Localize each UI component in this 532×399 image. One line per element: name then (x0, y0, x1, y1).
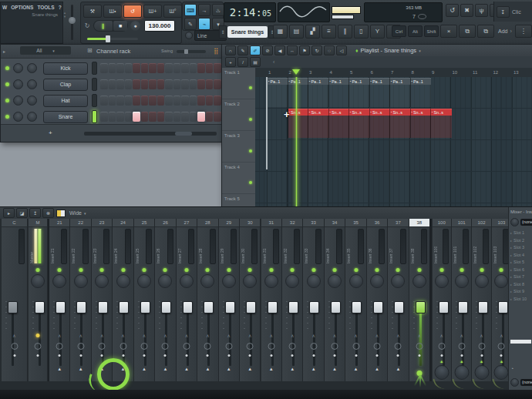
step-9[interactable] (165, 96, 173, 106)
strip-pan-knob[interactable] (349, 274, 363, 288)
add-channel-button[interactable]: + (49, 130, 52, 136)
step-14[interactable] (206, 63, 214, 73)
swap-channels-icon[interactable]: ∧ (409, 334, 429, 338)
route-to-master-arrow[interactable]: ▲ (282, 367, 302, 372)
copy-icon[interactable]: ⧉ (459, 25, 476, 38)
strip-pan-knob[interactable] (137, 274, 151, 288)
mixer-strip-21[interactable]: 21Insert 21∧▲ (49, 219, 70, 381)
strip-mute-led[interactable] (100, 268, 104, 272)
fx-enable-dot[interactable] (59, 354, 61, 357)
record-arm-button[interactable] (498, 343, 505, 350)
fx-slot-3[interactable]: ▸Slot 3 (510, 245, 532, 253)
step-8[interactable] (157, 96, 165, 106)
mixer-strip-22[interactable]: 22Insert 22∧▲ (70, 219, 91, 381)
record-arm-button[interactable] (310, 343, 317, 350)
rack-scrollbar[interactable] (84, 132, 217, 136)
volume-fader[interactable] (352, 301, 362, 314)
slider-tool-icon[interactable]: ⋮ (515, 25, 532, 38)
mixer-strip-34[interactable]: 34Insert 34∧▲ (325, 219, 345, 381)
scroll-left-icon[interactable]: ‹ (273, 59, 274, 65)
step-12[interactable] (190, 96, 197, 106)
browser-icon[interactable]: ▯ (354, 25, 369, 39)
volume-fader[interactable] (246, 301, 256, 314)
strip-mute-led[interactable] (333, 268, 337, 272)
metronome-icon[interactable]: Ш• (103, 5, 122, 18)
strip-mute-led[interactable] (206, 268, 210, 272)
record-arm-button[interactable] (332, 343, 338, 350)
swap-channels-icon[interactable]: ∧ (325, 334, 345, 338)
pattern-clip[interactable]: ▪Sn..s (348, 109, 370, 138)
fx-slot-7[interactable]: ▸Slot 7 (510, 274, 532, 282)
fx-enable-dot[interactable] (207, 354, 209, 357)
volume-knob[interactable] (27, 96, 37, 106)
fx-enable-dot[interactable] (79, 354, 82, 357)
step-9[interactable] (165, 63, 173, 73)
mixer-strip-M[interactable]: MMaster (29, 219, 48, 381)
output-selector[interactable]: (none) (520, 379, 532, 386)
swap-channels-icon[interactable]: ∧ (240, 334, 260, 338)
record-arm-button[interactable] (395, 343, 402, 350)
mixer-strip-24[interactable]: 24Insert 24∧▲ (113, 219, 133, 381)
step-3[interactable] (116, 112, 124, 122)
strip-mute-led[interactable] (417, 268, 421, 272)
record-arm-button[interactable] (162, 343, 169, 350)
channel-button-hat[interactable]: Hat (43, 95, 88, 107)
fx-enable-dot[interactable] (13, 354, 15, 357)
mixer-strip-29[interactable]: 29Insert 29∧▲ (219, 219, 240, 381)
strip-pan-knob[interactable] (307, 274, 321, 288)
step-4[interactable] (125, 112, 133, 122)
strip-number[interactable]: 31 (261, 219, 281, 227)
pitch-slider-handle[interactable] (69, 17, 76, 24)
menu-view[interactable]: W (2, 5, 7, 10)
fx-enable-dot[interactable] (291, 354, 294, 357)
event-editor-icon[interactable]: ≡ (322, 25, 336, 39)
fx-slot-1[interactable]: ▸Slot 1 (510, 230, 532, 238)
volume-fader[interactable] (8, 301, 18, 314)
add-arrow-icon[interactable]: › (510, 28, 511, 34)
strip-mute-led[interactable] (121, 268, 125, 272)
strip-number[interactable]: 32 (282, 219, 302, 227)
record-arm-button[interactable] (183, 343, 190, 350)
slip-tool-icon[interactable]: ↔ (287, 45, 298, 55)
zoom-icon[interactable]: ◌ (324, 45, 335, 55)
pattern-name[interactable]: Snare things (227, 26, 268, 38)
step-13[interactable] (197, 96, 205, 106)
record-arm-button[interactable] (77, 343, 84, 350)
strip-number[interactable]: 30 (240, 219, 260, 227)
record-arm-button[interactable] (373, 343, 380, 350)
fx-enable-dot[interactable] (355, 354, 357, 357)
strip-mute-led[interactable] (439, 268, 443, 272)
snap-magnet-icon[interactable]: ∩ (225, 45, 236, 55)
volume-knob[interactable] (27, 79, 37, 89)
send-enable-icon[interactable]: ▲ (472, 359, 491, 364)
step-1[interactable] (100, 79, 108, 89)
menu-help[interactable]: ? (59, 5, 62, 10)
strip-pan-knob[interactable] (285, 274, 299, 288)
swap-channels-icon[interactable]: ∧ (197, 334, 217, 338)
track-led[interactable] (249, 149, 252, 153)
route-to-master-arrow[interactable]: ▲ (134, 367, 154, 372)
step-5[interactable] (133, 63, 140, 73)
strip-mute-led[interactable] (143, 268, 146, 272)
strip-mute-led[interactable] (291, 268, 295, 272)
menu-tools[interactable]: TOOLS (37, 5, 54, 10)
track-header-1[interactable]: Track 1 (222, 68, 255, 99)
channel-enable-led[interactable] (5, 115, 9, 119)
step-6[interactable] (141, 63, 149, 73)
step-4[interactable] (125, 96, 133, 106)
paint-icon[interactable]: ✐ (250, 45, 261, 55)
swap-channels-icon[interactable]: ∧ (452, 334, 471, 338)
strip-number[interactable]: 37 (388, 219, 408, 227)
send-enable-icon[interactable]: ▲ (452, 359, 471, 364)
strip-pan-knob[interactable] (455, 274, 469, 288)
step-2[interactable] (109, 96, 116, 106)
step-1[interactable] (100, 63, 108, 73)
track-header-2[interactable]: Track 2 (222, 99, 255, 131)
step-5[interactable] (133, 96, 140, 106)
route-to-master-arrow[interactable]: ▲ (197, 367, 217, 372)
swap-channels-icon[interactable]: ∧ (113, 334, 133, 338)
move-icon[interactable]: + (225, 57, 236, 67)
strip-pan-knob[interactable] (475, 274, 489, 288)
mixer-strip-30[interactable]: 30Insert 30∧▲ (240, 219, 261, 381)
wait-input-icon[interactable]: Ш+ (143, 5, 162, 18)
